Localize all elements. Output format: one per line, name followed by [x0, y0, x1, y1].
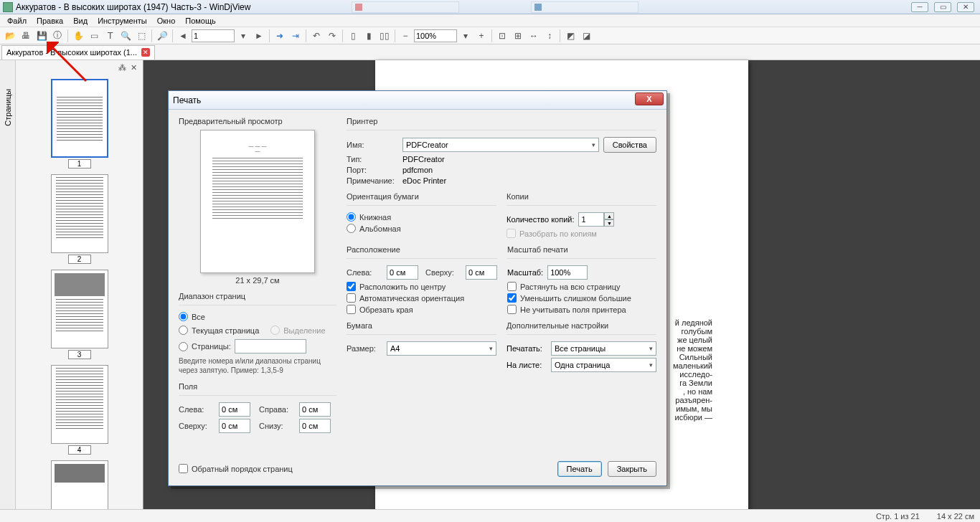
close-button[interactable]: ✕	[957, 2, 974, 12]
page-number-box[interactable]: 1	[192, 29, 235, 42]
fit-actual-icon[interactable]: ⊡	[495, 29, 509, 43]
magnify-icon[interactable]: 🔍	[118, 29, 133, 43]
textselect-icon[interactable]: 𝖳	[103, 29, 117, 43]
menu-view[interactable]: Вид	[69, 16, 92, 26]
zoom-box[interactable]: 100%	[414, 29, 457, 42]
continuous-icon[interactable]: ▮	[362, 29, 376, 43]
minimize-button[interactable]: ─	[911, 2, 928, 12]
nav-fwd-icon[interactable]: ⇥	[288, 29, 303, 43]
zoom-in-icon[interactable]: +	[474, 29, 489, 43]
menubar: Файл Правка Вид Инструменты Окно Помощь	[0, 14, 980, 27]
app-icon	[3, 2, 13, 12]
taskbar-ghost-tab	[352, 1, 459, 13]
window-title: Аккуратов - В высоких широтах (1947) Час…	[16, 2, 250, 12]
facing-icon[interactable]: ▯▯	[377, 29, 392, 43]
zoom-out-icon[interactable]: −	[398, 29, 413, 43]
save-icon[interactable]: 💾	[34, 29, 49, 43]
dropdown-icon[interactable]: ▾	[236, 29, 250, 43]
marquee-icon[interactable]: ⬚	[134, 29, 149, 43]
document-tab[interactable]: Аккуратов - В высоких широтах (1... ✕	[1, 45, 155, 60]
tab-close-icon[interactable]: ✕	[141, 48, 150, 57]
tab-label: Аккуратов - В высоких широтах (1...	[6, 48, 137, 57]
print-icon[interactable]: 🖶	[19, 29, 33, 43]
window-titlebar: Аккуратов - В высоких широтах (1947) Час…	[0, 0, 980, 14]
prev-page-icon[interactable]: ◄	[176, 29, 190, 43]
nav-back-icon[interactable]: ➜	[273, 29, 287, 43]
rotate-left-icon[interactable]: ↶	[309, 29, 324, 43]
menu-edit[interactable]: Правка	[32, 16, 67, 26]
maximize-button[interactable]: ▭	[934, 2, 951, 12]
fit-page-icon[interactable]: ⊞	[511, 29, 525, 43]
document-tabbar: Аккуратов - В высоких широтах (1... ✕	[0, 44, 980, 60]
singlepage-icon[interactable]: ▯	[346, 29, 360, 43]
menu-file[interactable]: Файл	[3, 16, 31, 26]
open-icon[interactable]: 📂	[3, 29, 17, 43]
settings2-icon[interactable]: ◪	[579, 29, 593, 43]
fit-width-icon[interactable]: ↔	[527, 29, 541, 43]
menu-help[interactable]: Помощь	[181, 16, 220, 26]
next-page-icon[interactable]: ►	[252, 29, 266, 43]
fit-height-icon[interactable]: ↕	[542, 29, 557, 43]
settings-icon[interactable]: ◩	[563, 29, 578, 43]
info-icon[interactable]: ⓘ	[50, 29, 65, 43]
menu-window[interactable]: Окно	[153, 16, 180, 26]
select-icon[interactable]: ▭	[87, 29, 101, 43]
menu-tools[interactable]: Инструменты	[93, 16, 151, 26]
taskbar-ghost-tab	[531, 1, 639, 13]
find-icon[interactable]: 🔎	[155, 29, 169, 43]
dropdown-icon[interactable]: ▾	[458, 29, 473, 43]
toolbar: 📂 🖶 💾 ⓘ ✋ ▭ 𝖳 🔍 ⬚ 🔎 ◄ 1 ▾ ► ➜ ⇥ ↶ ↷ ▯ ▮ …	[0, 27, 980, 44]
hand-icon[interactable]: ✋	[71, 29, 85, 43]
rotate-right-icon[interactable]: ↷	[325, 29, 339, 43]
